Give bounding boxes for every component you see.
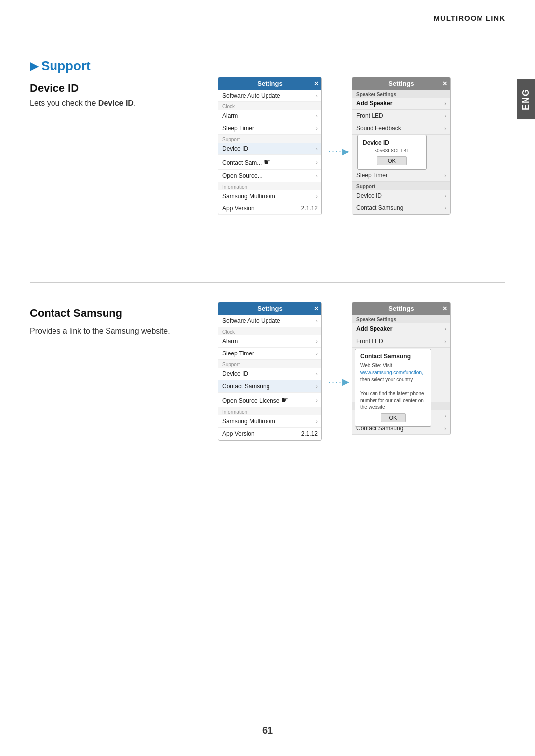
right-panel-support-label: Support (352, 182, 450, 190)
panel-item-device-id[interactable]: Device ID› (218, 143, 321, 155)
panel-item-contact-sam[interactable]: Contact Sam... ☛› (218, 155, 321, 170)
device-id-left-panel-header: Settings ✕ (218, 77, 321, 90)
panel-item-app-version: App Version2.1.12 (218, 202, 321, 215)
contact-samsung-dialog: Contact Samsung Web Site: Visit www.sams… (355, 349, 431, 427)
cs-panel-item-device-id[interactable]: Device ID› (218, 368, 321, 380)
device-id-left-panel: Settings ✕ Software Auto Update› Clock A… (218, 77, 322, 215)
section-divider (30, 282, 505, 283)
cs-panel-item-sleep-timer[interactable]: Sleep Timer› (218, 348, 321, 360)
panel-section-support: Support (218, 135, 321, 143)
page-number: 61 (262, 725, 273, 736)
cs-panel-section-information: Information (218, 407, 321, 415)
contact-samsung-left-panel-header: Settings ✕ (218, 302, 321, 315)
cs-panel-item-app-version: App Version2.1.12 (218, 428, 321, 440)
panel-item-sleep-timer[interactable]: Sleep Timer› (218, 122, 321, 135)
panel-item-open-source[interactable]: Open Source...› (218, 170, 321, 182)
contact-samsung-dialog-body: Web Site: Visit www.samsung.com/function… (360, 362, 426, 411)
support-section-title: ▶ Support (30, 58, 91, 74)
contact-samsung-dialog-ok[interactable]: OK (381, 413, 406, 422)
right-panel-front-led[interactable]: Front LED› (352, 110, 450, 122)
contact-samsung-dialog-title: Contact Samsung (360, 353, 426, 360)
device-id-dialog-title: Device ID (363, 139, 421, 146)
right-panel-device-id[interactable]: Device ID› (352, 190, 450, 202)
device-id-right-panel: Settings ✕ Speaker Settings Add Speaker›… (352, 77, 451, 215)
section-arrow-icon: ▶ (30, 60, 38, 73)
right-panel-sleep-timer[interactable]: Sleep Timer› (352, 169, 450, 182)
device-id-left-panel-close[interactable]: ✕ (314, 80, 319, 87)
contact-samsung-left-panel-title: Settings (257, 305, 282, 312)
device-id-dialog-value: 50568F8CEF4F (363, 148, 421, 153)
contact-samsung-left-panel: Settings ✕ Software Auto Update› Clock A… (218, 302, 322, 441)
device-id-right-panel-close[interactable]: ✕ (442, 80, 447, 87)
panel-item-alarm[interactable]: Alarm› (218, 110, 321, 122)
panel-section-clock: Clock (218, 102, 321, 110)
contact-samsung-right-panel-header: Settings ✕ (352, 302, 450, 315)
device-id-description: Lets you check the Device ID. (30, 99, 136, 108)
device-id-right-panel-title: Settings (388, 80, 414, 87)
cs-panel-item-alarm[interactable]: Alarm› (218, 335, 321, 348)
multiroom-link-label: MULTIROOM LINK (433, 14, 505, 22)
cs-right-panel-speaker-settings-label: Speaker Settings (352, 315, 450, 323)
contact-samsung-arrow-dots: ····▶ (328, 376, 350, 387)
cs-panel-item-contact-samsung[interactable]: Contact Samsung› (218, 380, 321, 393)
contact-samsung-heading: Contact Samsung (30, 307, 122, 320)
cs-panel-item-samsung-multiroom[interactable]: Samsung Multiroom› (218, 415, 321, 428)
contact-samsung-right-panel-close[interactable]: ✕ (442, 305, 447, 312)
panel-item-samsung-multiroom[interactable]: Samsung Multiroom› (218, 190, 321, 202)
device-id-right-panel-header: Settings ✕ (352, 77, 450, 90)
contact-samsung-dialog-link[interactable]: www.samsung.com/function, (360, 370, 423, 375)
device-id-arrow-dots: ····▶ (328, 146, 350, 157)
cs-panel-item-open-source[interactable]: Open Source License ☛› (218, 393, 321, 407)
device-id-heading: Device ID (30, 82, 79, 95)
device-id-dialog: Device ID 50568F8CEF4F OK (357, 135, 427, 170)
right-panel-sound-feedback[interactable]: Sound Feedback› (352, 122, 450, 135)
cs-right-panel-add-speaker[interactable]: Add Speaker› (352, 323, 450, 335)
device-id-left-panel-title: Settings (257, 80, 282, 87)
right-panel-contact-samsung[interactable]: Contact Samsung› (352, 202, 450, 214)
device-id-dialog-ok[interactable]: OK (377, 156, 407, 165)
panel-item-software-autoupdate[interactable]: Software Auto Update› (218, 90, 321, 102)
cs-right-panel-front-led[interactable]: Front LED› (352, 335, 450, 348)
contact-samsung-right-panel: Settings ✕ Speaker Settings Add Speaker›… (352, 302, 451, 435)
cs-panel-section-support: Support (218, 360, 321, 368)
eng-tab: ENG (517, 79, 535, 119)
panel-section-information: Information (218, 182, 321, 190)
contact-samsung-right-panel-title: Settings (388, 305, 414, 312)
section-title-text: Support (41, 58, 91, 74)
contact-samsung-description: Provides a link to the Samsung website. (30, 327, 170, 336)
right-panel-add-speaker[interactable]: Add Speaker› (352, 98, 450, 110)
cs-panel-section-clock: Clock (218, 327, 321, 335)
contact-samsung-left-panel-close[interactable]: ✕ (314, 305, 319, 312)
right-panel-speaker-settings-label: Speaker Settings (352, 90, 450, 98)
cs-panel-item-software-autoupdate[interactable]: Software Auto Update› (218, 315, 321, 327)
